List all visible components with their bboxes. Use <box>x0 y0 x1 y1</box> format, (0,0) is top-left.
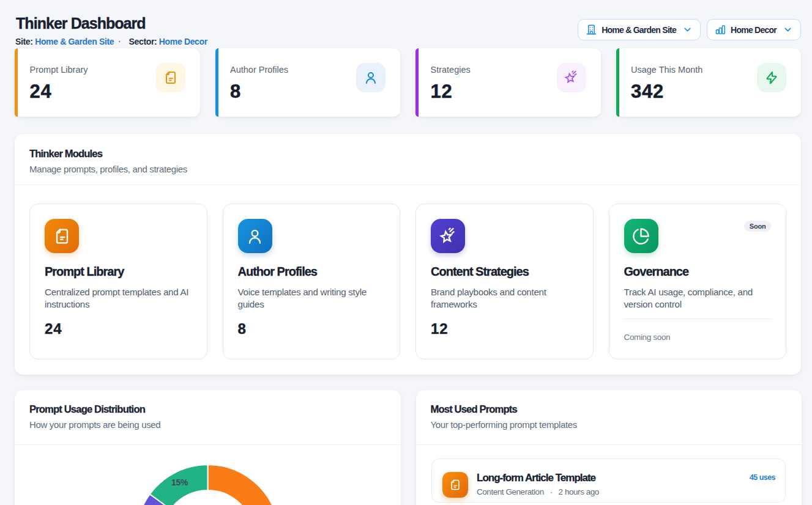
svg-text:15%: 15% <box>171 477 188 487</box>
